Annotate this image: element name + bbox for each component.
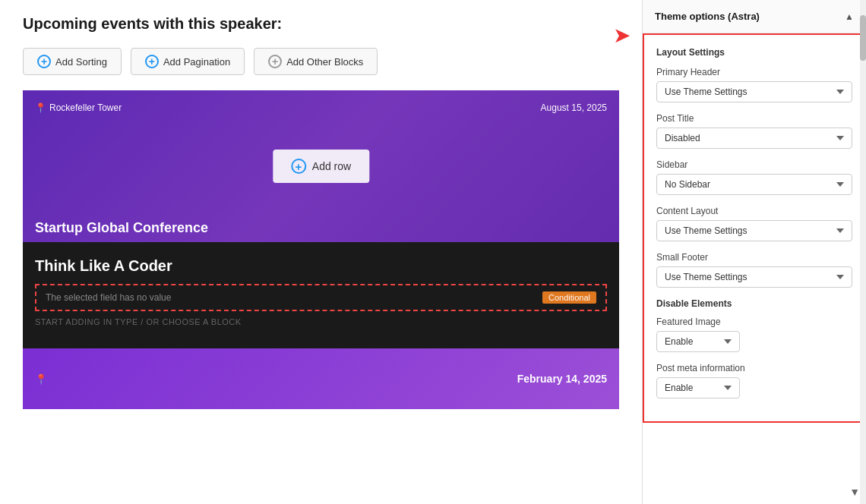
add-sorting-label: Add Sorting bbox=[55, 56, 107, 68]
add-pagination-label: Add Pagination bbox=[163, 56, 230, 68]
event-meta-top-1: 📍 Rockefeller Tower August 15, 2025 bbox=[35, 102, 607, 113]
event-card-1: 📍 Rockefeller Tower August 15, 2025 + Ad… bbox=[23, 90, 619, 242]
conditional-text: The selected field has no value bbox=[46, 292, 171, 303]
featured-image-field: Featured Image Enable Disable bbox=[656, 317, 852, 352]
featured-image-select[interactable]: Enable Disable bbox=[656, 331, 740, 352]
event-title-2: Think Like A Coder bbox=[35, 257, 607, 275]
scroll-indicator[interactable] bbox=[860, 0, 866, 504]
theme-options-header: Theme options (Astra) ▲ bbox=[643, 0, 866, 33]
featured-image-label: Featured Image bbox=[656, 317, 852, 327]
sidebar-field: Sidebar Use Theme Settings No Sidebar Le… bbox=[656, 159, 852, 195]
collapse-icon[interactable]: ▲ bbox=[845, 11, 854, 22]
event-card-3: 📍 February 14, 2025 bbox=[23, 348, 619, 409]
content-layout-select[interactable]: Use Theme Settings Normal Wide bbox=[656, 220, 852, 241]
right-sidebar: Theme options (Astra) ▲ Layout Settings … bbox=[642, 0, 866, 504]
choose-block-text: START ADDING IN TYPE / OR CHOOSE A BLOCK bbox=[35, 317, 607, 326]
add-pagination-button[interactable]: + Add Pagination bbox=[131, 48, 245, 75]
event-location-1: 📍 Rockefeller Tower bbox=[35, 102, 122, 113]
disable-elements-label: Disable Elements bbox=[656, 298, 852, 309]
post-meta-information-label: Post meta information bbox=[656, 363, 852, 373]
toolbar-buttons: + Add Sorting + Add Pagination + Add Oth… bbox=[23, 48, 619, 75]
main-content: Upcoming events with this speaker: + Add… bbox=[0, 0, 642, 504]
event-date-1: August 15, 2025 bbox=[541, 102, 607, 113]
small-footer-field: Small Footer Use Theme Settings Enabled … bbox=[656, 252, 852, 288]
post-meta-information-select[interactable]: Enable Disable bbox=[656, 377, 740, 398]
event-location-text: Rockefeller Tower bbox=[49, 102, 122, 113]
scroll-down-arrow[interactable]: ▼ bbox=[849, 486, 860, 498]
event-card-2: Think Like A Coder The selected field ha… bbox=[23, 242, 619, 348]
event-card-dark-inner: Think Like A Coder The selected field ha… bbox=[23, 242, 619, 342]
post-title-select[interactable]: Use Theme Settings Disabled Enabled bbox=[656, 128, 852, 149]
content-layout-field: Content Layout Use Theme Settings Normal… bbox=[656, 206, 852, 241]
post-title-label: Post Title bbox=[656, 113, 852, 124]
post-title-field: Post Title Use Theme Settings Disabled E… bbox=[656, 113, 852, 149]
sidebar-select[interactable]: Use Theme Settings No Sidebar Left Sideb… bbox=[656, 174, 852, 195]
small-footer-select[interactable]: Use Theme Settings Enabled Disabled bbox=[656, 266, 852, 288]
add-other-blocks-button[interactable]: + Add Other Blocks bbox=[254, 48, 378, 75]
content-layout-label: Content Layout bbox=[656, 206, 852, 216]
add-sorting-button[interactable]: + Add Sorting bbox=[23, 48, 122, 75]
primary-header-select[interactable]: Use Theme Settings Enabled Disabled bbox=[656, 81, 852, 102]
settings-panel: Layout Settings Primary Header Use Theme… bbox=[643, 33, 866, 423]
plus-icon-blocks: + bbox=[268, 55, 282, 68]
sidebar-label: Sidebar bbox=[656, 159, 852, 170]
theme-options-title: Theme options (Astra) bbox=[655, 11, 760, 22]
event-card-inner-1: 📍 Rockefeller Tower August 15, 2025 bbox=[23, 90, 619, 242]
event-date-3: February 14, 2025 bbox=[517, 373, 607, 385]
post-meta-information-field: Post meta information Enable Disable bbox=[656, 363, 852, 398]
location-pin-icon: 📍 bbox=[35, 102, 46, 113]
settings-section-title: Layout Settings bbox=[656, 47, 852, 58]
conditional-badge: Conditional bbox=[542, 291, 596, 304]
plus-icon-pagination: + bbox=[145, 55, 159, 68]
plus-icon-sorting: + bbox=[37, 55, 51, 68]
page-title: Upcoming events with this speaker: bbox=[23, 15, 619, 33]
primary-header-field: Primary Header Use Theme Settings Enable… bbox=[656, 67, 852, 102]
scroll-thumb bbox=[860, 15, 866, 61]
location-pin-icon-2: 📍 bbox=[35, 373, 47, 385]
conditional-field: The selected field has no value Conditio… bbox=[35, 284, 607, 311]
small-footer-label: Small Footer bbox=[656, 252, 852, 263]
event-cards-container: 📍 Rockefeller Tower August 15, 2025 + Ad… bbox=[23, 90, 619, 409]
add-other-blocks-label: Add Other Blocks bbox=[286, 56, 363, 68]
primary-header-label: Primary Header bbox=[656, 67, 852, 77]
